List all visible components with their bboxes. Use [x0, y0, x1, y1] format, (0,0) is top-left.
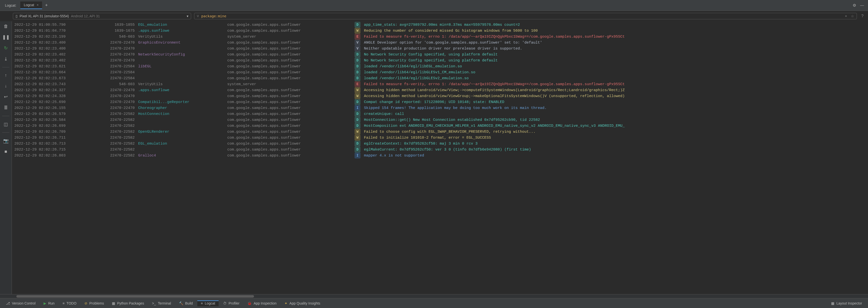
device-api-hint: Android 12, API 31 — [71, 14, 100, 18]
log-level-badge: D — [354, 63, 361, 69]
log-row[interactable]: 2022-12-29 01:00:55.7901639-1855EGL_emul… — [14, 22, 868, 28]
log-message: Neither updatable production driver nor … — [364, 46, 522, 51]
favorite-filter-icon[interactable]: ☆ — [851, 14, 854, 18]
statusbar-item-terminal[interactable]: >_Terminal — [149, 300, 175, 306]
log-tag: .apps.sunflowe — [138, 88, 227, 93]
statusbar-label: Logcat — [205, 301, 215, 305]
next-icon[interactable]: ↓ — [5, 84, 7, 89]
statusbar-item-python-packages[interactable]: ▦Python Packages — [108, 300, 148, 306]
log-pid-tid: 22470-22582 — [98, 153, 138, 158]
log-row[interactable]: 2022-12-29 02:02:26.69922470-22582com.go… — [14, 123, 868, 129]
log-row[interactable]: 2022-12-29 01:01:04.7701639-1675.apps.su… — [14, 28, 868, 34]
add-tab-button[interactable]: + — [42, 3, 51, 8]
log-tag: Compatibil...geReporter — [138, 100, 227, 105]
screen-record-icon[interactable]: ■ — [4, 149, 7, 154]
log-row[interactable]: 2022-12-29 02:02:25.69022470-22470Compat… — [14, 99, 868, 105]
scrollbar-thumb[interactable] — [16, 295, 254, 298]
log-timestamp: 2022-12-29 01:00:55.790 — [14, 23, 98, 28]
settings-lines-icon[interactable]: ≣ — [4, 105, 8, 111]
statusbar-label: Layout Inspector — [836, 301, 862, 305]
log-row[interactable]: 2022-12-29 02:02:23.40222470-22470com.go… — [14, 57, 868, 63]
chevron-down-icon: ▾ — [187, 14, 188, 18]
log-pid-tid: 22470-22582 — [98, 142, 138, 146]
statusbar-item-layout-inspector[interactable]: ▦Layout Inspector — [828, 300, 866, 306]
log-timestamp: 2022-12-29 01:01:04.770 — [14, 28, 98, 33]
soft-wrap-icon[interactable]: ↩ — [4, 94, 8, 99]
log-output[interactable]: 2022-12-29 01:00:55.7901639-1855EGL_emul… — [12, 21, 868, 294]
device-icon: ▯ — [16, 14, 18, 18]
log-row[interactable]: 2022-12-29 02:02:26.70922470-22582OpenGL… — [14, 129, 868, 135]
statusbar-item-build[interactable]: 🔨Build — [176, 300, 196, 306]
log-message: loaded /vendor/lib64/egl/libGLESv1_CM_em… — [364, 70, 475, 75]
restart-icon[interactable]: ↻ — [4, 45, 8, 51]
log-level-badge: D — [354, 52, 361, 57]
statusbar-item-logcat[interactable]: ≡Logcat — [197, 300, 219, 306]
gear-icon[interactable]: ⚙ — [851, 3, 858, 8]
statusbar-item-app-quality-insights[interactable]: ✦App Quality Insights — [281, 300, 324, 306]
horizontal-scrollbar[interactable] — [0, 294, 868, 298]
filter-value: package:mine — [201, 14, 226, 18]
log-level-badge: D — [354, 147, 361, 153]
log-pid-tid: 22470-22584 — [98, 70, 138, 75]
log-row[interactable]: 2022-12-29 02:02:26.58422470-22582com.go… — [14, 117, 868, 123]
statusbar-item-run[interactable]: ▶Run — [40, 300, 58, 306]
profiler-icon: ⏱ — [223, 301, 226, 305]
statusbar-item-todo[interactable]: ≡TODO — [59, 300, 80, 306]
statusbar-label: Version Control — [12, 301, 36, 305]
log-message: app_time_stats: avg=27989792.00ms min=8.… — [364, 23, 520, 28]
log-package: com.google.samples.apps.sunflower — [227, 135, 351, 141]
log-row[interactable]: 2022-12-29 02:02:23.40022470-22470Graphi… — [14, 40, 868, 45]
log-row[interactable]: 2022-12-29 02:02:23.67322470-22584com.go… — [14, 75, 868, 81]
tab-logcat[interactable]: Logcat × — [20, 1, 42, 9]
log-row[interactable]: 2022-12-29 02:02:23.199546-603VerityUtil… — [14, 34, 868, 40]
log-level-badge: D — [354, 111, 361, 117]
device-selector[interactable]: ▯ Pixel XL API 31 (emulator-5554) Androi… — [13, 13, 191, 19]
log-row[interactable]: 2022-12-29 02:02:23.40022470-22470com.go… — [14, 45, 868, 52]
close-tab-icon[interactable]: × — [37, 3, 39, 7]
log-tag: EGL_emulation — [138, 142, 227, 146]
log-message: No Network Security Config specified, us… — [364, 58, 498, 63]
log-timestamp: 2022-12-29 02:02:23.400 — [14, 46, 98, 51]
log-row[interactable]: 2022-12-29 02:02:26.71122470-22582com.go… — [14, 135, 868, 141]
log-row[interactable]: 2022-12-29 02:02:23.743546-603VerityUtil… — [14, 81, 868, 87]
clear-filter-icon[interactable]: × — [845, 14, 847, 18]
statusbar-item-app-inspection[interactable]: 🐞App Inspection — [244, 300, 280, 306]
log-row[interactable]: 2022-12-29 02:02:26.71522470-22582com.go… — [14, 147, 868, 153]
split-icon[interactable]: ◫ — [4, 122, 8, 127]
log-row[interactable]: 2022-12-29 02:02:23.40222470-22470Networ… — [14, 52, 868, 57]
log-timestamp: 2022-12-29 02:02:23.199 — [14, 34, 98, 39]
filter-field[interactable]: ⑂ package:mine × ☆ — [194, 13, 857, 19]
scroll-end-icon[interactable]: ⤓ — [4, 56, 8, 62]
log-timestamp: 2022-12-29 02:02:26.155 — [14, 106, 98, 111]
run-icon: ▶ — [43, 301, 46, 305]
trash-icon[interactable]: 🗑 — [4, 24, 8, 29]
log-message: HostComposition ext ANDROID_EMU_CHECKSUM… — [364, 124, 625, 128]
log-pid-tid: 22470-22582 — [98, 135, 138, 141]
divider — [2, 116, 9, 116]
statusbar-item-profiler[interactable]: ⏱Profiler — [220, 300, 243, 306]
help-icon[interactable]: ? — [860, 14, 865, 18]
log-row[interactable]: 2022-12-29 02:02:23.62122470-22584libEGL… — [14, 63, 868, 69]
log-row[interactable]: 2022-12-29 02:02:26.80322470-22582Grallo… — [14, 153, 868, 158]
minimize-icon[interactable]: — — [858, 3, 866, 8]
log-row[interactable]: 2022-12-29 02:02:26.71322470-22582EGL_em… — [14, 141, 868, 147]
statusbar-label: TODO — [67, 301, 76, 305]
log-row[interactable]: 2022-12-29 02:02:24.32822470-22470com.go… — [14, 93, 868, 99]
tool-window-title: Logcat: — [2, 3, 19, 7]
screenshot-icon[interactable]: 📷 — [3, 138, 9, 144]
log-row[interactable]: 2022-12-29 02:02:24.32722470-22470.apps.… — [14, 87, 868, 93]
log-timestamp: 2022-12-29 02:02:24.327 — [14, 88, 98, 93]
log-package: com.google.samples.apps.sunflower — [227, 153, 351, 158]
previous-icon[interactable]: ↑ — [5, 73, 7, 78]
log-level-badge: D — [354, 99, 361, 105]
log-level-badge: V — [354, 45, 361, 52]
statusbar-item-problems[interactable]: ⊘Problems — [81, 300, 107, 306]
log-pid-tid: 546-603 — [98, 34, 138, 39]
statusbar-item-version-control[interactable]: ⎇Version Control — [2, 300, 39, 306]
log-level-badge: D — [354, 22, 361, 28]
pause-icon[interactable]: ❚❚ — [2, 34, 10, 40]
log-row[interactable]: 2022-12-29 02:02:23.66422470-22584com.go… — [14, 69, 868, 75]
log-row[interactable]: 2022-12-29 02:02:26.57922470-22582HostCo… — [14, 111, 868, 117]
log-row[interactable]: 2022-12-29 02:02:26.15522470-22470Choreo… — [14, 105, 868, 111]
log-pid-tid: 22470-22584 — [98, 76, 138, 81]
